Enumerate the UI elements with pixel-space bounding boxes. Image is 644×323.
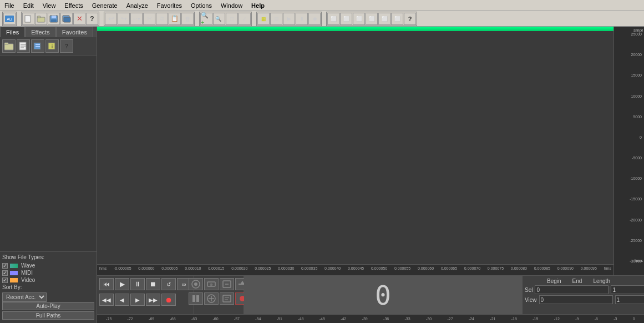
save-btn[interactable] bbox=[48, 13, 60, 25]
undo-btn[interactable]: ↩ bbox=[105, 13, 117, 25]
view-btn5[interactable]: ⏺ bbox=[308, 13, 321, 25]
extra-btn-2[interactable]: ⊕ bbox=[204, 278, 219, 290]
view-btn2[interactable]: ▤ bbox=[270, 13, 282, 25]
midi-type-icon bbox=[10, 270, 19, 276]
save-all-btn[interactable] bbox=[60, 13, 73, 25]
timeline-ruler: hms -0.000005 0.000000 0.000005 0.000010… bbox=[97, 264, 613, 275]
timeline-left-label: hms bbox=[99, 266, 107, 270]
transport-loop[interactable]: ↺ bbox=[161, 278, 176, 290]
transport-stop[interactable]: ⏹ bbox=[146, 278, 160, 290]
effect-btn4[interactable]: ⬜ bbox=[366, 13, 378, 25]
tab-files[interactable]: Files bbox=[0, 27, 25, 37]
scale-0: 0 bbox=[640, 135, 642, 139]
transport-next[interactable]: ▶▶ bbox=[146, 294, 160, 306]
effect-btn1[interactable]: ⬜ bbox=[327, 13, 339, 25]
scale-neg15000: -15000 bbox=[630, 197, 642, 201]
svg-rect-12 bbox=[4, 43, 8, 44]
video-checkbox[interactable]: ✓ bbox=[2, 277, 8, 283]
close-btn[interactable]: ✕ bbox=[73, 13, 85, 25]
effect-btn5[interactable]: ⬜ bbox=[378, 13, 391, 25]
extra-btn-1[interactable] bbox=[189, 278, 203, 290]
transport-prev[interactable]: ◀◀ bbox=[99, 294, 114, 306]
view-end-input[interactable] bbox=[615, 295, 645, 304]
zoom-out-btn[interactable]: 🔍- bbox=[213, 13, 225, 25]
transport-pause[interactable]: ⏸ bbox=[130, 278, 145, 290]
new-btn[interactable] bbox=[22, 13, 34, 25]
main-layout: Files Effects Favorites i ? Show File Ty… bbox=[0, 27, 644, 323]
zoom-fit-btn[interactable]: ⤢ bbox=[239, 13, 251, 25]
scale-marks: 25000 20000 15000 10000 5000 0 -5000 -10… bbox=[614, 32, 644, 263]
sel-end-input[interactable] bbox=[611, 285, 644, 294]
menu-edit[interactable]: Edit bbox=[19, 1, 38, 10]
transport-controls: ⏮ ▶ ⏸ ⏹ ↺ ∞ ◀◀ ◀ ▶ ▶▶ ⏺ bbox=[97, 276, 194, 314]
extra-btn-7[interactable] bbox=[220, 292, 234, 305]
paste-btn[interactable]: 📋 bbox=[169, 13, 181, 25]
transport-play[interactable]: ▶ bbox=[115, 278, 129, 290]
menu-effects[interactable]: Effects bbox=[60, 1, 87, 10]
svg-rect-18 bbox=[36, 44, 40, 45]
transport-back[interactable]: ◀ bbox=[115, 294, 129, 306]
view-btn3[interactable]: ▶ bbox=[283, 13, 295, 25]
full-paths-btn[interactable]: Full Paths bbox=[2, 311, 94, 320]
redo-btn[interactable]: ↪ bbox=[118, 13, 130, 25]
extra-btn-6[interactable] bbox=[204, 292, 219, 305]
svg-point-23 bbox=[194, 282, 197, 286]
ruler-marks: -75 -72 -69 -66 -63 -60 -57 -54 -51 -48 … bbox=[97, 317, 644, 321]
svg-rect-2 bbox=[25, 16, 31, 22]
scale-15000: 15000 bbox=[631, 73, 642, 77]
open-btn[interactable] bbox=[35, 13, 47, 25]
cut-btn[interactable]: ✂ bbox=[143, 13, 155, 25]
menu-window[interactable]: Window bbox=[216, 1, 247, 10]
view-row: View bbox=[525, 295, 642, 304]
svg-text:i: i bbox=[52, 44, 53, 49]
content-area: hms -0.000005 0.000000 0.000005 0.000010… bbox=[97, 27, 644, 323]
file-btn-4[interactable]: i bbox=[45, 39, 59, 53]
help-btn[interactable]: ? bbox=[86, 13, 98, 25]
view-begin-input[interactable] bbox=[539, 295, 613, 304]
file-btn-open[interactable] bbox=[2, 39, 16, 53]
menu-favorites[interactable]: Favorites bbox=[153, 1, 186, 10]
help2-btn[interactable]: ? bbox=[404, 13, 416, 25]
extra-btn-3[interactable] bbox=[220, 278, 234, 290]
wave-checkbox[interactable]: ✓ bbox=[2, 263, 8, 269]
auto-play-btn[interactable]: Auto-Play bbox=[2, 302, 94, 310]
video-type-icon bbox=[10, 277, 19, 283]
tab-effects[interactable]: Effects bbox=[25, 27, 55, 37]
effect-btn6[interactable]: ⬜ bbox=[391, 13, 403, 25]
extra-btn-5[interactable] bbox=[189, 292, 203, 305]
info-col-length: Length bbox=[593, 278, 610, 284]
file-btn-help[interactable]: ? bbox=[60, 39, 73, 53]
menu-analyze[interactable]: Analyze bbox=[122, 1, 153, 10]
transport-forward[interactable]: ▶ bbox=[130, 294, 145, 306]
toolbar-group-undo: ↩ ↪ ↩▾ ✂ ⧉ 📋 🗑 bbox=[104, 12, 195, 26]
view-btn4[interactable]: ⏸ bbox=[296, 13, 308, 25]
menu-options[interactable]: Options bbox=[186, 1, 216, 10]
view-btn1[interactable]: ▦ bbox=[257, 13, 270, 25]
svg-rect-35 bbox=[223, 295, 231, 302]
toolbar-group-view: ▦ ▤ ▶ ⏸ ⏺ bbox=[256, 12, 322, 26]
effect-btn2[interactable]: ⬜ bbox=[340, 13, 352, 25]
waveform-main[interactable]: hms -0.000005 0.000000 0.000005 0.000010… bbox=[97, 27, 613, 275]
transport-record[interactable]: ⏺ bbox=[161, 294, 176, 306]
tab-favorites[interactable]: Favorites bbox=[56, 27, 93, 37]
transport-rewind-start[interactable]: ⏮ bbox=[99, 278, 114, 290]
zoom-sel-btn[interactable]: ◫ bbox=[226, 13, 238, 25]
svg-rect-7 bbox=[52, 16, 56, 18]
menu-file[interactable]: File bbox=[0, 1, 19, 10]
menu-help[interactable]: Help bbox=[247, 1, 269, 10]
effect-btn3[interactable]: ⬜ bbox=[353, 13, 365, 25]
copy-btn[interactable]: ⧉ bbox=[156, 13, 168, 25]
midi-checkbox[interactable]: ✓ bbox=[2, 270, 8, 276]
undo-history-btn[interactable]: ↩▾ bbox=[130, 13, 143, 25]
show-file-types-label: Show File Types: bbox=[2, 254, 94, 260]
zoom-in-btn[interactable]: 🔍+ bbox=[200, 13, 212, 25]
sort-select[interactable]: Recent Acc... Name Date Size bbox=[2, 292, 47, 302]
menu-generate[interactable]: Generate bbox=[88, 1, 122, 10]
file-btn-2[interactable] bbox=[17, 39, 30, 53]
toolbar-btn-logo[interactable]: AU bbox=[3, 13, 16, 25]
svg-rect-8 bbox=[51, 19, 57, 22]
file-btn-3[interactable] bbox=[31, 39, 44, 53]
menu-view[interactable]: View bbox=[38, 1, 60, 10]
sel-begin-input[interactable] bbox=[535, 285, 608, 294]
delete-btn[interactable]: 🗑 bbox=[181, 13, 194, 25]
